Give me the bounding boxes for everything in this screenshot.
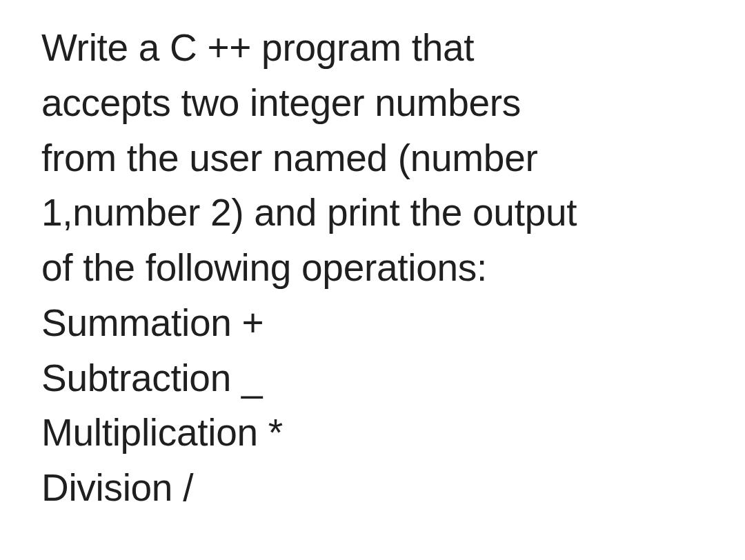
text-line-4: 1,number 2) and print the output: [41, 186, 711, 241]
text-line-3: from the user named (number: [41, 131, 711, 186]
document-body: Write a C ++ program that accepts two in…: [0, 0, 745, 537]
text-line-2: accepts two integer numbers: [41, 76, 711, 131]
text-line-5: of the following operations:: [41, 241, 711, 296]
text-line-8: Multiplication *: [41, 406, 711, 461]
text-line-9: Division /: [41, 461, 711, 516]
text-line-6: Summation +: [41, 296, 711, 351]
text-line-1: Write a C ++ program that: [41, 21, 711, 76]
text-line-7: Subtraction _: [41, 351, 711, 406]
